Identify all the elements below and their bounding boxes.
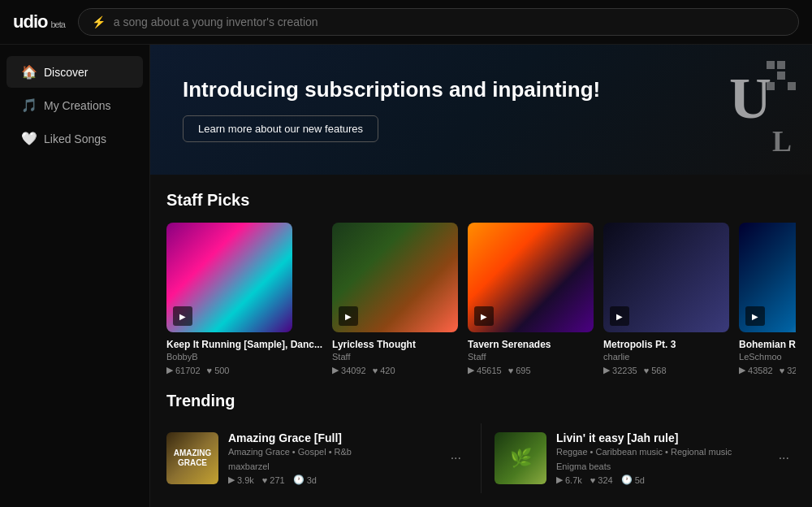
trending-likes-1: ♥ 271 — [262, 475, 285, 485]
card-title-3: Tavern Serenades — [468, 339, 594, 350]
staff-pick-card-5[interactable]: ▶ Bohemian Rhapsody in Blue LeSchmoo ▶ 4… — [739, 223, 796, 375]
banner: Introducing subscriptions and inpainting… — [150, 45, 812, 175]
card-title-4: Metropolis Pt. 3 — [603, 339, 729, 350]
trending-stats-1: ▶ 3.9k ♥ 271 🕐 3d — [228, 474, 434, 485]
play-button-3[interactable]: ▶ — [474, 306, 494, 326]
sidebar-item-my-creations-label: My Creations — [44, 99, 110, 112]
card-likes-3: ♥ 695 — [508, 366, 531, 375]
banner-title: Introducing subscriptions and inpainting… — [183, 77, 600, 102]
card-image-3: ▶ — [468, 223, 594, 332]
card-plays-2: ▶ 34092 — [332, 365, 366, 375]
play-icon-5: ▶ — [739, 365, 745, 375]
card-author-2: Staff — [332, 352, 458, 362]
trending-thumb-img-1: AMAZINGGRACE — [166, 432, 218, 484]
sidebar-item-discover-label: Discover — [44, 66, 88, 79]
banner-l-deco: L — [772, 124, 792, 158]
card-stats-3: ▶ 45615 ♥ 695 — [468, 365, 594, 375]
music-icon: 🎵 — [21, 98, 36, 113]
card-likes-4: ♥ 568 — [644, 366, 667, 375]
logo-text: udio — [13, 11, 47, 32]
search-input[interactable] — [114, 15, 785, 28]
card-author-4: charlie — [603, 352, 729, 362]
play-icon-t2: ▶ — [556, 474, 563, 485]
staff-picks-cards: ▶ Keep It Running [Sample], Danc... Bobb… — [166, 223, 796, 375]
heart-icon-1: ♥ — [207, 366, 213, 375]
search-bar[interactable]: ⚡ — [78, 8, 799, 36]
trending-creator-2: Enigma beats — [556, 462, 762, 471]
card-likes-5: ♥ 328 — [780, 366, 796, 375]
heart-icon: 🤍 — [21, 131, 36, 146]
play-icon-4: ▶ — [603, 365, 610, 375]
play-button-2[interactable]: ▶ — [339, 306, 358, 326]
trending-tags-2: Reggae • Caribbean music • Regional musi… — [556, 447, 762, 457]
sidebar-item-liked-songs-label: Liked Songs — [44, 132, 106, 145]
card-image-4: ▶ — [603, 223, 729, 332]
home-icon: 🏠 — [21, 64, 36, 80]
staff-picks-title: Staff Picks — [166, 191, 796, 210]
play-button-5[interactable]: ▶ — [745, 306, 765, 326]
trending-tags-1: Amazing Grace • Gospel • R&b — [228, 447, 434, 457]
trending-thumb-2: 🌿 — [495, 432, 546, 484]
trending-song-title-2: Livin' it easy [Jah rule] — [556, 431, 762, 444]
sidebar-item-liked-songs[interactable]: 🤍 Liked Songs — [6, 123, 143, 154]
trending-item-2[interactable]: 🌿 Livin' it easy [Jah rule] Reggae • Car… — [495, 423, 796, 493]
play-button-1[interactable]: ▶ — [173, 306, 192, 326]
logo[interactable]: udio beta — [13, 11, 65, 32]
heart-icon-t2: ♥ — [590, 475, 596, 485]
staff-pick-card-4[interactable]: ▶ Metropolis Pt. 3 charlie ▶ 32235 ♥ 568 — [603, 223, 729, 375]
card-likes-2: ♥ 420 — [373, 366, 395, 375]
staff-picks-section: Staff Picks ▶ Keep It Running [Sample], … — [150, 175, 812, 384]
staff-pick-card-2[interactable]: ▶ Lyricless Thought Staff ▶ 34092 ♥ 420 — [332, 223, 458, 375]
heart-icon-5: ♥ — [780, 366, 785, 375]
card-stats-4: ▶ 32235 ♥ 568 — [603, 365, 729, 375]
sidebar: 🏠 Discover 🎵 My Creations 🤍 Liked Songs — [0, 45, 150, 507]
banner-decoration: U L — [650, 45, 812, 175]
trending-thumb-img-2: 🌿 — [495, 432, 546, 484]
play-icon-2: ▶ — [332, 365, 339, 375]
staff-pick-card-3[interactable]: ▶ Tavern Serenades Staff ▶ 45615 ♥ 695 — [468, 223, 594, 375]
trending-creator-1: maxbarzel — [228, 462, 434, 471]
header: udio beta ⚡ — [0, 0, 812, 45]
trending-thumb-1: AMAZINGGRACE — [166, 432, 218, 484]
trending-time-2: 🕐 5d — [621, 474, 645, 485]
heart-icon-t1: ♥ — [262, 475, 268, 485]
sidebar-item-my-creations[interactable]: 🎵 My Creations — [6, 89, 143, 121]
play-button-4[interactable]: ▶ — [610, 306, 629, 326]
sidebar-item-discover[interactable]: 🏠 Discover — [6, 56, 143, 88]
bolt-icon: ⚡ — [92, 15, 106, 28]
layout: 🏠 Discover 🎵 My Creations 🤍 Liked Songs … — [0, 45, 812, 507]
trending-title: Trending — [166, 392, 796, 410]
card-stats-1: ▶ 61702 ♥ 500 — [166, 365, 322, 375]
trending-likes-2: ♥ 324 — [590, 475, 613, 485]
trending-time-1: 🕐 3d — [293, 474, 317, 485]
card-author-5: LeSchmoo — [739, 352, 796, 362]
trending-plays-2: ▶ 6.7k — [556, 474, 582, 485]
banner-u-deco: U — [729, 69, 771, 128]
banner-block-deco — [767, 61, 796, 90]
card-likes-1: ♥ 500 — [207, 366, 230, 375]
banner-content: Introducing subscriptions and inpainting… — [183, 77, 600, 142]
banner-learn-more-button[interactable]: Learn more about our new features — [183, 115, 378, 142]
card-author-3: Staff — [468, 352, 594, 362]
play-icon-1: ▶ — [166, 365, 173, 375]
card-plays-1: ▶ 61702 — [166, 365, 201, 375]
card-stats-2: ▶ 34092 ♥ 420 — [332, 365, 458, 375]
heart-icon-3: ♥ — [508, 366, 514, 375]
trending-info-2: Livin' it easy [Jah rule] Reggae • Carib… — [556, 431, 762, 485]
heart-icon-2: ♥ — [373, 366, 378, 375]
trending-stats-2: ▶ 6.7k ♥ 324 🕐 5d — [556, 474, 762, 485]
card-plays-5: ▶ 43582 — [739, 365, 773, 375]
clock-icon-t2: 🕐 — [621, 474, 633, 485]
trending-more-button-2[interactable]: ··· — [772, 448, 796, 469]
trending-item-1[interactable]: AMAZINGGRACE Amazing Grace [Full] Amazin… — [166, 423, 468, 493]
card-author-1: BobbyB — [166, 352, 322, 362]
card-image-5: ▶ — [739, 223, 796, 332]
play-icon-t1: ▶ — [228, 474, 235, 485]
card-image-2: ▶ — [332, 223, 458, 332]
trending-more-button-1[interactable]: ··· — [444, 448, 468, 469]
main-content: Introducing subscriptions and inpainting… — [150, 45, 812, 507]
trending-song-title-1: Amazing Grace [Full] — [228, 431, 434, 444]
staff-pick-card-1[interactable]: ▶ Keep It Running [Sample], Danc... Bobb… — [166, 223, 322, 375]
heart-icon-4: ♥ — [644, 366, 650, 375]
card-image-1: ▶ — [166, 223, 292, 332]
